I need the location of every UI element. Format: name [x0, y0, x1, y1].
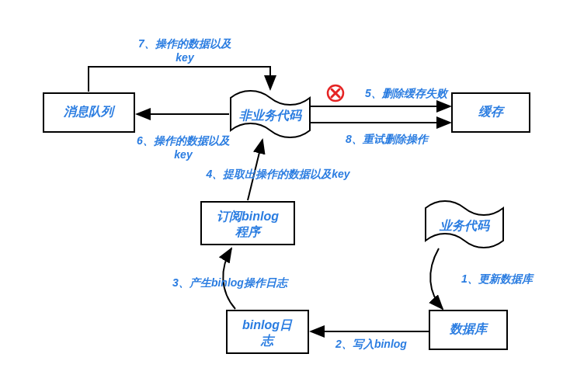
edge-7: 7、操作的数据以及 key	[89, 37, 270, 92]
subscribe-binlog-label-2: 程序	[235, 224, 262, 238]
node-subscribe-binlog: 订阅binlog 程序	[201, 202, 294, 245]
edge-6-label-1: 6、操作的数据以及	[137, 134, 230, 147]
database-label: 数据库	[449, 322, 489, 335]
node-database: 数据库	[429, 310, 507, 349]
subscribe-binlog-label-1: 订阅binlog	[217, 210, 279, 223]
message-queue-label: 消息队列	[63, 105, 116, 118]
binlog-log-label-1: binlog日	[242, 318, 293, 331]
edge-2-label: 2、写入binlog	[335, 338, 407, 350]
cache-label: 缓存	[478, 105, 506, 118]
edge-4: 4、提取出操作的数据以及key	[205, 140, 350, 200]
node-non-business-code: 非业务代码	[231, 91, 310, 137]
edge-5-label: 5、删除缓存失败	[365, 87, 449, 99]
edge-8-label: 8、重试删除操作	[346, 133, 430, 145]
fail-x-icon	[328, 85, 343, 101]
non-business-code-label: 非业务代码	[239, 109, 303, 122]
node-message-queue: 消息队列	[43, 93, 134, 132]
node-cache: 缓存	[452, 93, 530, 132]
edge-2: 2、写入binlog	[311, 331, 429, 350]
business-code-label: 业务代码	[439, 219, 491, 232]
edge-3-label: 3、产生binlog操作日志	[172, 276, 290, 289]
edge-1-label: 1、更新数据库	[461, 272, 534, 285]
edge-6: 6、操作的数据以及 key	[137, 114, 230, 161]
edge-6-label-2: key	[174, 148, 193, 161]
edge-1: 1、更新数据库	[430, 248, 534, 309]
edge-7-label-1: 7、操作的数据以及	[138, 37, 231, 50]
node-binlog-log: binlog日 志	[227, 310, 308, 353]
edge-3: 3、产生binlog操作日志	[172, 248, 290, 309]
edge-7-label-2: key	[176, 51, 195, 64]
node-business-code: 业务代码	[426, 201, 503, 248]
edge-4-label: 4、提取出操作的数据以及key	[205, 168, 350, 180]
edge-8: 8、重试删除操作	[311, 123, 450, 145]
